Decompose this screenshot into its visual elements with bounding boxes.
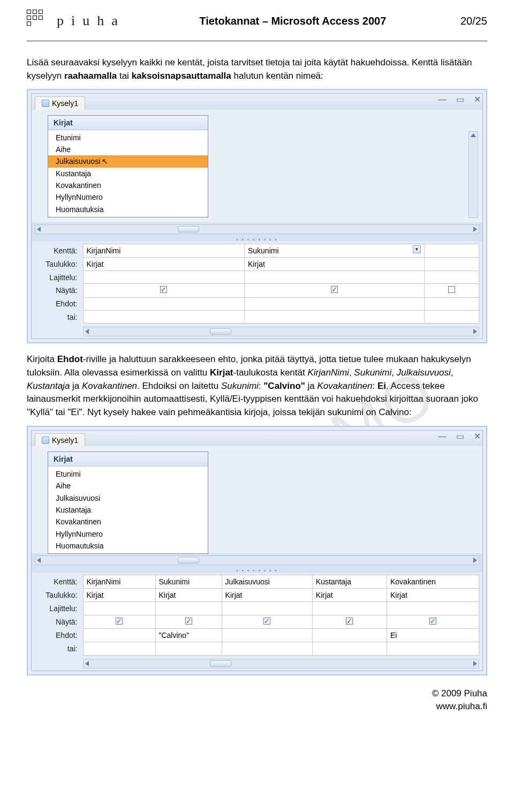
- tab-kysely1[interactable]: Kysely1: [35, 433, 85, 447]
- close-icon[interactable]: ✕: [474, 430, 481, 442]
- checkbox-checked[interactable]: [185, 618, 192, 625]
- grid-cell-sort[interactable]: [155, 602, 222, 615]
- checkbox-checked[interactable]: [263, 618, 270, 625]
- grid-cell-field[interactable]: KirjanNimi: [83, 575, 155, 588]
- field-listbox[interactable]: Kirjat Etunimi Aihe Julkaisuvuosi Kustan…: [48, 452, 208, 554]
- grid-cell-sort[interactable]: [312, 602, 387, 615]
- grid-cell-table[interactable]: Kirjat: [244, 257, 424, 270]
- checkbox-checked[interactable]: [346, 618, 353, 625]
- grid-cell-field[interactable]: Sukunimi▾: [244, 244, 424, 257]
- splitter-handle[interactable]: • • • • • • • •: [32, 236, 482, 242]
- grid-cell-table[interactable]: Kirjat: [83, 589, 155, 602]
- maximize-icon[interactable]: ▭: [456, 430, 464, 442]
- vertical-scrollbar[interactable]: [468, 131, 478, 218]
- field-listbox[interactable]: Kirjat Etunimi Aihe Julkaisuvuosi↖ Kusta…: [48, 115, 208, 217]
- grid-cell-criteria[interactable]: [312, 629, 387, 642]
- list-item[interactable]: Kovakantinen: [48, 179, 208, 191]
- checkbox-checked[interactable]: [429, 618, 436, 625]
- grid-cell-or[interactable]: [244, 311, 424, 324]
- grid-cell-sort[interactable]: [83, 602, 155, 615]
- cursor-icon: ↖: [102, 157, 108, 166]
- list-item[interactable]: Huomautuksia: [48, 204, 208, 215]
- grid-cell-or[interactable]: [83, 642, 155, 655]
- grid-cell-criteria[interactable]: [83, 297, 244, 310]
- grid-cell-criteria[interactable]: [244, 297, 424, 310]
- horizontal-scrollbar[interactable]: [83, 327, 479, 336]
- grid-cell-empty[interactable]: [424, 271, 479, 284]
- grid-cell-field[interactable]: Julkaisuvuosi: [222, 575, 312, 588]
- horizontal-scrollbar[interactable]: [83, 659, 479, 668]
- list-item[interactable]: HyllynNumero: [48, 191, 208, 203]
- horizontal-scrollbar[interactable]: [35, 555, 479, 565]
- grid-cell-or[interactable]: [387, 642, 479, 655]
- text-italic: KirjanNimi: [307, 367, 349, 378]
- checkbox-checked[interactable]: [116, 618, 123, 625]
- list-item-selected[interactable]: Julkaisuvuosi↖: [48, 155, 208, 167]
- grid-cell-table[interactable]: Kirjat: [222, 589, 312, 602]
- splitter-handle[interactable]: • • • • • • • •: [32, 567, 482, 573]
- grid-cell-or[interactable]: [222, 642, 312, 655]
- list-item[interactable]: Kustantaja: [48, 168, 208, 179]
- list-item[interactable]: Kustantaja: [48, 504, 208, 516]
- scroll-thumb[interactable]: [178, 557, 199, 563]
- grid-cell-criteria[interactable]: [83, 629, 155, 642]
- list-item[interactable]: Aihe: [48, 144, 208, 155]
- list-item[interactable]: Huomautuksia: [48, 540, 208, 552]
- grid-cell-empty[interactable]: [424, 297, 479, 310]
- row-label: Ehdot:: [35, 629, 83, 642]
- grid-cell-table[interactable]: Kirjat: [387, 589, 479, 602]
- query-icon: [42, 100, 49, 107]
- tab-kysely1[interactable]: Kysely1: [35, 96, 85, 110]
- grid-cell-show[interactable]: [155, 615, 222, 628]
- close-icon[interactable]: ✕: [474, 93, 481, 106]
- grid-cell-sort[interactable]: [387, 602, 479, 615]
- text-run: -taulukosta kentät: [233, 367, 308, 378]
- grid-cell-or[interactable]: [312, 642, 387, 655]
- grid-cell-field[interactable]: Sukunimi: [155, 575, 222, 588]
- grid-cell-show[interactable]: [424, 284, 479, 297]
- grid-cell-field[interactable]: Kustantaja: [312, 575, 387, 588]
- list-item[interactable]: Kovakantinen: [48, 516, 208, 528]
- list-item[interactable]: Julkaisuvuosi: [48, 492, 208, 504]
- grid-cell-empty[interactable]: [424, 311, 479, 324]
- grid-cell-table[interactable]: Kirjat: [83, 257, 244, 270]
- scroll-thumb[interactable]: [210, 328, 231, 335]
- grid-cell-show[interactable]: [244, 284, 424, 297]
- grid-cell-empty[interactable]: [424, 244, 479, 257]
- grid-cell-show[interactable]: [222, 615, 312, 628]
- grid-cell-show[interactable]: [83, 615, 155, 628]
- scroll-thumb[interactable]: [210, 660, 231, 667]
- list-item[interactable]: Aihe: [48, 480, 208, 492]
- grid-cell-criteria[interactable]: [222, 629, 312, 642]
- grid-cell-show[interactable]: [312, 615, 387, 628]
- list-item[interactable]: Etunimi: [48, 468, 208, 480]
- grid-cell-criteria[interactable]: "Calvino": [155, 629, 222, 642]
- text-italic: Kovakantinen: [82, 381, 137, 391]
- checkbox-checked[interactable]: [160, 286, 167, 293]
- grid-cell-or[interactable]: [83, 311, 244, 324]
- grid-cell-sort[interactable]: [222, 602, 312, 615]
- grid-cell-table[interactable]: Kirjat: [312, 589, 387, 602]
- cell-text: Sukunimi: [248, 246, 279, 255]
- horizontal-scrollbar[interactable]: [35, 224, 479, 234]
- checkbox-checked[interactable]: [331, 286, 338, 293]
- checkbox-unchecked[interactable]: [448, 286, 455, 293]
- minimize-icon[interactable]: —: [438, 430, 447, 442]
- grid-cell-table[interactable]: Kirjat: [155, 589, 222, 602]
- grid-cell-empty[interactable]: [424, 257, 479, 270]
- chevron-down-icon[interactable]: ▾: [413, 245, 421, 253]
- grid-cell-show[interactable]: [387, 615, 479, 628]
- text-run: :: [259, 381, 263, 391]
- minimize-icon[interactable]: —: [438, 93, 447, 106]
- list-item[interactable]: Etunimi: [48, 132, 208, 144]
- grid-cell-criteria[interactable]: Ei: [387, 629, 479, 642]
- grid-cell-sort[interactable]: [244, 271, 424, 284]
- grid-cell-or[interactable]: [155, 642, 222, 655]
- grid-cell-field[interactable]: Kovakantinen: [387, 575, 479, 588]
- list-item[interactable]: HyllynNumero: [48, 528, 208, 540]
- maximize-icon[interactable]: ▭: [456, 93, 464, 106]
- grid-cell-show[interactable]: [83, 284, 244, 297]
- grid-cell-sort[interactable]: [83, 271, 244, 284]
- scroll-thumb[interactable]: [178, 226, 199, 232]
- grid-cell-field[interactable]: KirjanNimi: [83, 244, 244, 257]
